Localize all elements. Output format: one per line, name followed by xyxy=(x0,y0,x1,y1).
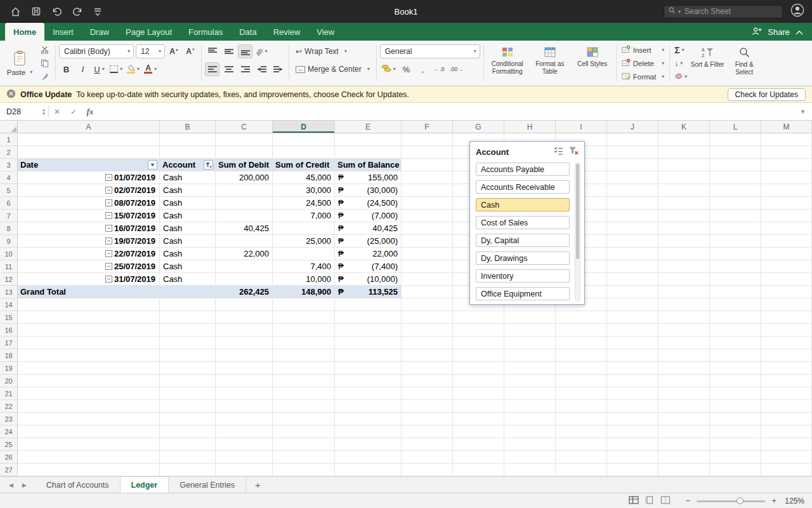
row-header-6[interactable]: 6 xyxy=(0,197,18,210)
slicer-scrollbar[interactable] xyxy=(575,163,580,301)
cell-H16[interactable] xyxy=(504,324,556,337)
cell-G20[interactable] xyxy=(453,375,504,387)
cell-J3[interactable] xyxy=(607,159,658,171)
column-header-M[interactable]: M xyxy=(761,121,812,133)
toolbar-options-icon[interactable] xyxy=(93,7,102,16)
cell-C11[interactable] xyxy=(216,260,273,273)
cell-M26[interactable] xyxy=(761,451,812,464)
zoom-out-button[interactable]: − xyxy=(686,496,691,505)
cell-A3[interactable]: Date xyxy=(18,159,160,171)
tab-page-layout[interactable]: Page Layout xyxy=(117,23,180,41)
cell-C2[interactable] xyxy=(216,146,273,159)
cell-L2[interactable] xyxy=(710,146,761,159)
cell-M15[interactable] xyxy=(761,311,812,324)
cell-F22[interactable] xyxy=(402,400,453,413)
slicer-item-accounts-payable[interactable]: Accounts Payable xyxy=(476,163,570,176)
cell-J10[interactable] xyxy=(607,248,658,260)
cell-L1[interactable] xyxy=(710,133,761,146)
cell-H27[interactable] xyxy=(504,464,556,476)
align-right-button[interactable] xyxy=(238,62,252,76)
cell-B2[interactable] xyxy=(160,146,216,159)
cell-A23[interactable] xyxy=(18,413,160,425)
tab-insert[interactable]: Insert xyxy=(44,23,82,41)
cell-L5[interactable] xyxy=(710,184,761,197)
format-painter-button[interactable] xyxy=(37,70,52,83)
cell-A13[interactable]: Grand Total xyxy=(18,286,160,298)
cell-C13[interactable]: 262,425 xyxy=(216,286,273,298)
cell-L14[interactable] xyxy=(710,298,761,311)
slicer-account[interactable]: Account Accounts Payable Accounts Receiv… xyxy=(469,141,585,305)
cell-E17[interactable] xyxy=(335,337,402,349)
cell-C16[interactable] xyxy=(216,324,273,337)
tab-review[interactable]: Review xyxy=(265,23,309,41)
cell-C3[interactable]: Sum of Debit xyxy=(216,159,273,171)
select-all-button[interactable] xyxy=(0,121,18,133)
cell-C12[interactable] xyxy=(216,273,273,286)
cell-B23[interactable] xyxy=(160,413,216,425)
cell-F21[interactable] xyxy=(402,387,453,400)
cell-D4[interactable]: 45,000 xyxy=(273,171,335,184)
cell-D19[interactable] xyxy=(273,362,335,375)
align-bottom-button[interactable] xyxy=(238,44,252,58)
cell-G15[interactable] xyxy=(453,311,504,324)
cell-L3[interactable] xyxy=(710,159,761,171)
cell-K21[interactable] xyxy=(658,387,710,400)
cell-L24[interactable] xyxy=(710,425,761,438)
cell-D14[interactable] xyxy=(273,298,335,311)
cell-M3[interactable] xyxy=(761,159,812,171)
cell-L8[interactable] xyxy=(710,222,761,235)
conditional-formatting-button[interactable]: Conditional Formatting xyxy=(487,44,528,83)
cell-G23[interactable] xyxy=(453,413,504,425)
cell-C7[interactable] xyxy=(216,210,273,222)
cell-M18[interactable] xyxy=(761,349,812,362)
cell-K18[interactable] xyxy=(658,349,710,362)
align-left-button[interactable] xyxy=(205,62,219,76)
cell-I27[interactable] xyxy=(556,464,607,476)
cell-B18[interactable] xyxy=(160,349,216,362)
cell-D13[interactable]: 148,900 xyxy=(273,286,335,298)
account-avatar-icon[interactable] xyxy=(790,3,804,20)
tab-draw[interactable]: Draw xyxy=(82,23,117,41)
borders-button[interactable]: ▾ xyxy=(108,62,124,76)
cell-F23[interactable] xyxy=(402,413,453,425)
cell-A12[interactable]: −31/07/2019 xyxy=(18,273,160,286)
cell-B10[interactable]: Cash xyxy=(160,248,216,260)
cell-A7[interactable]: −15/07/2019 xyxy=(18,210,160,222)
cell-K9[interactable] xyxy=(658,235,710,248)
formula-input[interactable] xyxy=(98,103,794,120)
align-top-button[interactable] xyxy=(205,44,219,58)
cell-L16[interactable] xyxy=(710,324,761,337)
row-header-5[interactable]: 5 xyxy=(0,184,18,197)
cell-C6[interactable] xyxy=(216,197,273,210)
cell-C20[interactable] xyxy=(216,375,273,387)
row-header-1[interactable]: 1 xyxy=(0,133,18,146)
cell-D24[interactable] xyxy=(273,425,335,438)
cell-J5[interactable] xyxy=(607,184,658,197)
cell-D1[interactable] xyxy=(273,133,335,146)
cell-C21[interactable] xyxy=(216,387,273,400)
cell-G24[interactable] xyxy=(453,425,504,438)
cell-F6[interactable] xyxy=(402,197,453,210)
cell-E23[interactable] xyxy=(335,413,402,425)
cell-A8[interactable]: −16/07/2019 xyxy=(18,222,160,235)
cell-M25[interactable] xyxy=(761,438,812,451)
cell-D20[interactable] xyxy=(273,375,335,387)
row-header-20[interactable]: 20 xyxy=(0,375,18,387)
cell-K26[interactable] xyxy=(658,451,710,464)
insert-function-button[interactable]: fx xyxy=(82,103,98,120)
page-layout-view-icon[interactable] xyxy=(645,495,655,507)
cell-J1[interactable] xyxy=(607,133,658,146)
expand-formula-bar-icon[interactable]: ▼ xyxy=(794,103,812,120)
collapse-group-icon[interactable]: − xyxy=(105,199,112,206)
increase-indent-button[interactable]: ▶ xyxy=(271,62,285,76)
cell-H21[interactable] xyxy=(504,387,556,400)
cell-F15[interactable] xyxy=(402,311,453,324)
cell-B7[interactable]: Cash xyxy=(160,210,216,222)
cell-H19[interactable] xyxy=(504,362,556,375)
autosum-button[interactable]: Σ▾ xyxy=(673,44,688,56)
cell-B1[interactable] xyxy=(160,133,216,146)
cell-E7[interactable]: ₱(7,000) xyxy=(335,210,402,222)
cell-F27[interactable] xyxy=(402,464,453,476)
cell-J21[interactable] xyxy=(607,387,658,400)
cell-A5[interactable]: −02/07/2019 xyxy=(18,184,160,197)
